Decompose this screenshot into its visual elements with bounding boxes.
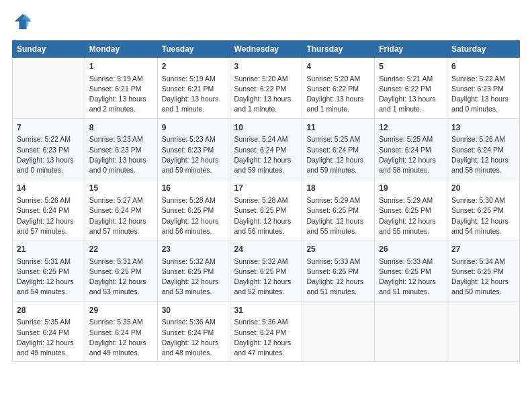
calendar-cell: 23Sunrise: 5:32 AMSunset: 6:25 PMDayligh…	[157, 240, 230, 302]
day-info: Sunrise: 5:24 AMSunset: 6:24 PMDaylight:…	[234, 134, 298, 175]
header-day: Tuesday	[157, 41, 230, 58]
logo-icon	[13, 12, 32, 31]
day-info: Sunrise: 5:28 AMSunset: 6:25 PMDaylight:…	[162, 195, 226, 236]
calendar-cell: 4Sunrise: 5:20 AMSunset: 6:22 PMDaylight…	[302, 58, 375, 119]
calendar-cell: 25Sunrise: 5:33 AMSunset: 6:25 PMDayligh…	[302, 240, 375, 302]
calendar-cell: 16Sunrise: 5:28 AMSunset: 6:25 PMDayligh…	[157, 179, 230, 240]
calendar-body: 1Sunrise: 5:19 AMSunset: 6:21 PMDaylight…	[13, 58, 520, 362]
day-number: 18	[306, 183, 370, 194]
calendar-cell: 29Sunrise: 5:35 AMSunset: 6:24 PMDayligh…	[85, 301, 157, 362]
calendar-week-row: 14Sunrise: 5:26 AMSunset: 6:24 PMDayligh…	[13, 179, 520, 240]
day-number: 28	[17, 305, 81, 316]
logo	[12, 12, 32, 34]
day-number: 2	[162, 61, 226, 73]
calendar-cell: 7Sunrise: 5:22 AMSunset: 6:23 PMDaylight…	[13, 118, 85, 179]
calendar-cell: 12Sunrise: 5:25 AMSunset: 6:24 PMDayligh…	[375, 118, 447, 179]
day-number: 10	[234, 122, 298, 134]
calendar-cell	[375, 301, 447, 362]
calendar-cell	[447, 301, 520, 362]
day-number: 11	[306, 122, 370, 134]
header-day: Saturday	[447, 41, 520, 58]
day-number: 6	[451, 61, 515, 73]
day-info: Sunrise: 5:22 AMSunset: 6:23 PMDaylight:…	[17, 134, 81, 175]
calendar-cell: 13Sunrise: 5:26 AMSunset: 6:24 PMDayligh…	[447, 118, 520, 179]
day-info: Sunrise: 5:28 AMSunset: 6:25 PMDaylight:…	[234, 195, 298, 236]
day-info: Sunrise: 5:23 AMSunset: 6:23 PMDaylight:…	[89, 134, 153, 175]
day-number: 27	[451, 244, 515, 255]
calendar-week-row: 1Sunrise: 5:19 AMSunset: 6:21 PMDaylight…	[13, 58, 520, 119]
day-number: 7	[17, 122, 81, 134]
day-number: 4	[306, 61, 370, 73]
day-number: 22	[89, 244, 153, 255]
day-number: 21	[17, 244, 81, 255]
day-info: Sunrise: 5:20 AMSunset: 6:22 PMDaylight:…	[234, 74, 298, 115]
day-number: 24	[234, 244, 298, 255]
day-info: Sunrise: 5:32 AMSunset: 6:25 PMDaylight:…	[234, 257, 298, 298]
day-info: Sunrise: 5:33 AMSunset: 6:25 PMDaylight:…	[306, 257, 370, 298]
day-info: Sunrise: 5:30 AMSunset: 6:25 PMDaylight:…	[451, 195, 515, 236]
day-number: 20	[451, 183, 515, 194]
day-info: Sunrise: 5:22 AMSunset: 6:23 PMDaylight:…	[451, 74, 515, 115]
day-info: Sunrise: 5:32 AMSunset: 6:25 PMDaylight:…	[162, 257, 226, 298]
calendar-cell: 11Sunrise: 5:25 AMSunset: 6:24 PMDayligh…	[302, 118, 375, 179]
calendar-cell: 15Sunrise: 5:27 AMSunset: 6:24 PMDayligh…	[85, 179, 157, 240]
calendar-cell: 19Sunrise: 5:29 AMSunset: 6:25 PMDayligh…	[375, 179, 447, 240]
day-number: 8	[89, 122, 153, 134]
day-number: 9	[162, 122, 226, 134]
day-info: Sunrise: 5:25 AMSunset: 6:24 PMDaylight:…	[379, 134, 443, 175]
header-day: Sunday	[13, 41, 85, 58]
header-day: Wednesday	[230, 41, 302, 58]
calendar-cell: 2Sunrise: 5:19 AMSunset: 6:21 PMDaylight…	[157, 58, 230, 119]
calendar-cell: 26Sunrise: 5:33 AMSunset: 6:25 PMDayligh…	[375, 240, 447, 302]
calendar-cell: 9Sunrise: 5:23 AMSunset: 6:23 PMDaylight…	[157, 118, 230, 179]
day-info: Sunrise: 5:31 AMSunset: 6:25 PMDaylight:…	[17, 257, 81, 298]
day-info: Sunrise: 5:31 AMSunset: 6:25 PMDaylight:…	[89, 257, 153, 298]
calendar-cell	[302, 301, 375, 362]
day-number: 12	[379, 122, 443, 134]
header-row: SundayMondayTuesdayWednesdayThursdayFrid…	[13, 41, 520, 58]
header-day: Friday	[375, 41, 447, 58]
calendar-cell: 3Sunrise: 5:20 AMSunset: 6:22 PMDaylight…	[230, 58, 302, 119]
day-info: Sunrise: 5:33 AMSunset: 6:25 PMDaylight:…	[379, 257, 443, 298]
calendar-cell: 6Sunrise: 5:22 AMSunset: 6:23 PMDaylight…	[447, 58, 520, 119]
day-info: Sunrise: 5:36 AMSunset: 6:24 PMDaylight:…	[162, 317, 226, 358]
calendar-cell: 14Sunrise: 5:26 AMSunset: 6:24 PMDayligh…	[13, 179, 85, 240]
day-number: 1	[89, 61, 153, 73]
day-info: Sunrise: 5:19 AMSunset: 6:21 PMDaylight:…	[89, 74, 153, 115]
day-number: 13	[451, 122, 515, 134]
day-info: Sunrise: 5:27 AMSunset: 6:24 PMDaylight:…	[89, 195, 153, 236]
calendar-cell	[13, 58, 85, 119]
calendar-cell: 17Sunrise: 5:28 AMSunset: 6:25 PMDayligh…	[230, 179, 302, 240]
calendar-cell: 8Sunrise: 5:23 AMSunset: 6:23 PMDaylight…	[85, 118, 157, 179]
day-number: 3	[234, 61, 298, 73]
day-number: 16	[162, 183, 226, 194]
calendar-cell: 5Sunrise: 5:21 AMSunset: 6:22 PMDaylight…	[375, 58, 447, 119]
day-number: 14	[17, 183, 81, 194]
day-info: Sunrise: 5:23 AMSunset: 6:23 PMDaylight:…	[162, 134, 226, 175]
calendar-week-row: 7Sunrise: 5:22 AMSunset: 6:23 PMDaylight…	[13, 118, 520, 179]
header-day: Thursday	[302, 41, 375, 58]
day-info: Sunrise: 5:21 AMSunset: 6:22 PMDaylight:…	[379, 74, 443, 115]
day-number: 17	[234, 183, 298, 194]
day-number: 30	[162, 305, 226, 316]
day-info: Sunrise: 5:20 AMSunset: 6:22 PMDaylight:…	[306, 74, 370, 115]
day-info: Sunrise: 5:25 AMSunset: 6:24 PMDaylight:…	[306, 134, 370, 175]
calendar-cell: 1Sunrise: 5:19 AMSunset: 6:21 PMDaylight…	[85, 58, 157, 119]
page: SundayMondayTuesdayWednesdayThursdayFrid…	[0, 0, 532, 370]
calendar-cell: 30Sunrise: 5:36 AMSunset: 6:24 PMDayligh…	[157, 301, 230, 362]
day-info: Sunrise: 5:29 AMSunset: 6:25 PMDaylight:…	[379, 195, 443, 236]
calendar-cell: 28Sunrise: 5:35 AMSunset: 6:24 PMDayligh…	[13, 301, 85, 362]
calendar-header: SundayMondayTuesdayWednesdayThursdayFrid…	[13, 41, 520, 58]
calendar-table: SundayMondayTuesdayWednesdayThursdayFrid…	[12, 40, 520, 362]
day-number: 31	[234, 305, 298, 316]
calendar-cell: 24Sunrise: 5:32 AMSunset: 6:25 PMDayligh…	[230, 240, 302, 302]
day-number: 26	[379, 244, 443, 255]
day-info: Sunrise: 5:26 AMSunset: 6:24 PMDaylight:…	[17, 195, 81, 236]
calendar-cell: 27Sunrise: 5:34 AMSunset: 6:25 PMDayligh…	[447, 240, 520, 302]
day-number: 23	[162, 244, 226, 255]
calendar-cell: 10Sunrise: 5:24 AMSunset: 6:24 PMDayligh…	[230, 118, 302, 179]
svg-marker-0	[14, 14, 31, 29]
day-info: Sunrise: 5:36 AMSunset: 6:24 PMDaylight:…	[234, 317, 298, 358]
calendar-cell: 22Sunrise: 5:31 AMSunset: 6:25 PMDayligh…	[85, 240, 157, 302]
calendar-cell: 31Sunrise: 5:36 AMSunset: 6:24 PMDayligh…	[230, 301, 302, 362]
